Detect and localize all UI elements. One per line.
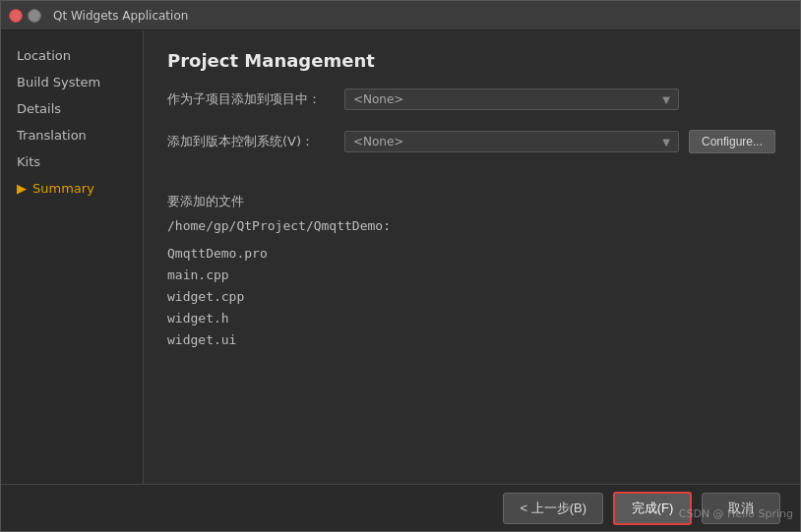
sidebar-item-translation[interactable]: Translation: [1, 122, 143, 148]
content-area: Location Build System Details Translatio…: [1, 30, 800, 484]
sidebar-label-summary: Summary: [32, 181, 94, 196]
sidebar-item-build-system[interactable]: Build System: [1, 69, 143, 95]
window-title: Qt Widgets Application: [53, 9, 188, 23]
sidebar-item-details[interactable]: Details: [1, 95, 143, 122]
sidebar-label-build-system: Build System: [17, 75, 100, 89]
sidebar: Location Build System Details Translatio…: [1, 30, 144, 484]
page-title: Project Management: [167, 50, 776, 71]
close-button[interactable]: [9, 9, 23, 23]
vcs-label: 添加到版本控制系统(V)：: [167, 133, 335, 150]
back-button[interactable]: < 上一步(B): [503, 493, 603, 524]
sidebar-item-kits[interactable]: Kits: [1, 148, 143, 175]
list-item: widget.ui: [167, 329, 776, 351]
list-item: widget.cpp: [167, 286, 776, 308]
subproject-row: 作为子项目添加到项目中： <None> ▼: [167, 89, 776, 110]
main-window: Qt Widgets Application Location Build Sy…: [0, 0, 801, 532]
bottom-bar: < 上一步(B) 完成(F) 取消: [1, 484, 800, 531]
main-panel: Project Management 作为子项目添加到项目中： <None> ▼…: [144, 30, 800, 484]
window-controls: [9, 9, 41, 23]
vcs-value: <None>: [353, 135, 403, 148]
subproject-value: <None>: [353, 92, 403, 106]
arrow-icon: ▶: [17, 181, 27, 196]
subproject-select[interactable]: <None> ▼: [344, 89, 679, 110]
minimize-button[interactable]: [28, 9, 41, 23]
vcs-row: 添加到版本控制系统(V)： <None> ▼ Configure...: [167, 130, 776, 153]
finish-button[interactable]: 完成(F): [613, 492, 692, 525]
vcs-dropdown-arrow: ▼: [662, 137, 670, 148]
titlebar: Qt Widgets Application: [1, 1, 800, 30]
sidebar-item-summary[interactable]: ▶ Summary: [1, 175, 143, 202]
files-section-title: 要添加的文件: [167, 193, 776, 210]
list-item: QmqttDemo.pro: [167, 243, 776, 265]
sidebar-item-location[interactable]: Location: [1, 42, 143, 69]
files-path: /home/gp/QtProject/QmqttDemo:: [167, 218, 776, 233]
configure-button[interactable]: Configure...: [689, 130, 775, 153]
subproject-dropdown-arrow: ▼: [662, 94, 670, 105]
sidebar-label-translation: Translation: [17, 128, 87, 143]
file-list: QmqttDemo.pro main.cpp widget.cpp widget…: [167, 243, 776, 351]
sidebar-label-kits: Kits: [17, 154, 40, 169]
sidebar-label-location: Location: [17, 48, 71, 63]
cancel-button[interactable]: 取消: [702, 493, 780, 524]
sidebar-label-details: Details: [17, 101, 61, 116]
file-section: 要添加的文件 /home/gp/QtProject/QmqttDemo: Qmq…: [167, 193, 776, 351]
vcs-select[interactable]: <None> ▼: [344, 131, 679, 152]
list-item: main.cpp: [167, 265, 776, 286]
subproject-label: 作为子项目添加到项目中：: [167, 90, 335, 108]
list-item: widget.h: [167, 308, 776, 329]
